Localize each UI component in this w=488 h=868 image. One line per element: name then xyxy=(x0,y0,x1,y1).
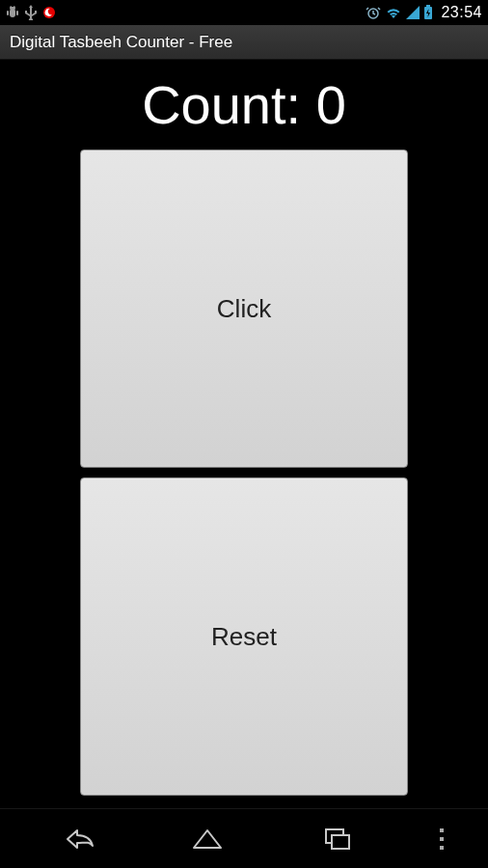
menu-dot-icon xyxy=(440,828,444,832)
wifi-icon xyxy=(385,6,402,19)
back-button[interactable] xyxy=(37,818,114,860)
click-button[interactable]: Click xyxy=(80,149,408,468)
svg-rect-9 xyxy=(426,5,430,7)
svg-rect-1 xyxy=(7,11,9,15)
svg-rect-12 xyxy=(332,835,349,849)
signal-icon xyxy=(406,6,420,19)
count-display: Count: 0 xyxy=(142,73,346,136)
battery-charging-icon xyxy=(423,5,433,20)
menu-button[interactable] xyxy=(432,818,451,860)
main-content: Count: 0 Click Reset xyxy=(0,60,488,808)
svg-rect-2 xyxy=(16,11,18,15)
title-bar: Digital Tasbeeh Counter - Free xyxy=(0,25,488,60)
vodafone-icon xyxy=(42,6,56,19)
menu-dot-icon xyxy=(440,837,444,841)
status-right-icons: 23:54 xyxy=(366,4,482,21)
reset-button[interactable]: Reset xyxy=(80,477,408,796)
click-button-label: Click xyxy=(217,294,271,324)
app-title: Digital Tasbeeh Counter - Free xyxy=(10,33,232,52)
android-debug-icon xyxy=(6,5,19,20)
recent-apps-icon xyxy=(322,827,355,852)
status-left-icons xyxy=(6,5,56,20)
status-clock: 23:54 xyxy=(441,4,482,21)
status-bar: 23:54 xyxy=(0,0,488,25)
menu-dot-icon xyxy=(440,846,444,850)
home-button[interactable] xyxy=(169,818,246,860)
reset-button-label: Reset xyxy=(211,622,277,652)
usb-icon xyxy=(25,5,37,20)
navigation-bar xyxy=(0,808,488,868)
svg-rect-0 xyxy=(10,9,15,17)
back-icon xyxy=(56,827,95,852)
home-icon xyxy=(188,827,227,852)
recent-apps-button[interactable] xyxy=(300,818,377,860)
svg-rect-5 xyxy=(10,7,15,10)
alarm-icon xyxy=(366,5,381,20)
